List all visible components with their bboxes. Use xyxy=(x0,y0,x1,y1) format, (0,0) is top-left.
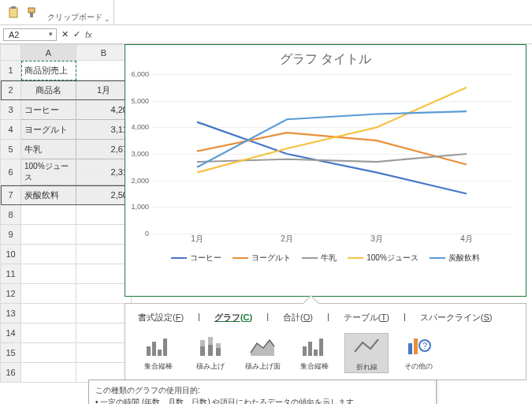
row-header[interactable]: 15 xyxy=(1,343,21,363)
clipboard-group-label: クリップボード⌄ xyxy=(44,0,114,24)
row-header[interactable]: 13 xyxy=(1,304,21,324)
svg-rect-14 xyxy=(303,346,307,356)
svg-rect-9 xyxy=(200,340,205,346)
svg-rect-18 xyxy=(408,343,412,354)
cell[interactable]: 1月 xyxy=(76,80,132,100)
col-header-A[interactable]: A xyxy=(21,45,76,61)
tab-table[interactable]: テーブル(T) xyxy=(344,312,389,324)
cell[interactable]: 100%ジュース xyxy=(21,159,76,185)
fx-icon[interactable]: fx xyxy=(85,30,92,39)
chart-type-line[interactable]: 折れ線 xyxy=(344,333,389,373)
chart-type-clustered-bar-2[interactable]: 集合縦棒 xyxy=(292,333,337,373)
cell[interactable]: 炭酸飲料 xyxy=(21,185,76,205)
worksheet[interactable]: A B 1商品別売上 2商品名1月 3コーヒー4,20 4ヨーグルト3,11 5… xyxy=(0,44,532,383)
row-header[interactable]: 5 xyxy=(1,140,21,159)
fx-confirm-icon[interactable]: ✓ xyxy=(73,29,80,39)
cell[interactable]: 2,67 xyxy=(76,140,132,159)
legend-item: ヨーグルト xyxy=(233,252,291,264)
row-header[interactable]: 3 xyxy=(1,100,21,120)
svg-rect-11 xyxy=(208,337,213,345)
grid[interactable]: A B 1商品別売上 2商品名1月 3コーヒー4,20 4ヨーグルト3,11 5… xyxy=(0,44,132,383)
svg-rect-6 xyxy=(158,350,162,356)
tab-chart[interactable]: グラフ(C) xyxy=(214,312,252,324)
svg-rect-1 xyxy=(11,6,16,9)
formula-bar: A2 ✕ ✓ fx xyxy=(0,25,532,44)
row-header[interactable]: 9 xyxy=(1,225,21,245)
select-all-corner[interactable] xyxy=(1,45,21,61)
cell[interactable] xyxy=(76,61,132,80)
svg-rect-16 xyxy=(314,350,318,356)
chart-plot-area: 01,0002,0003,0004,0005,0006,000 1月2月3月4月 xyxy=(152,74,512,248)
legend-item: 炭酸飲料 xyxy=(430,252,480,264)
svg-rect-15 xyxy=(308,342,312,356)
cell[interactable]: 商品名 xyxy=(21,80,76,100)
legend-item: 牛乳 xyxy=(302,252,337,264)
svg-rect-5 xyxy=(152,342,156,356)
chart-type-list: 集合縦棒 積み上げ 積み上げ面 集合縦棒 折れ線 ?その他の xyxy=(125,328,526,380)
svg-rect-7 xyxy=(163,339,167,356)
quick-analysis-callout[interactable]: 書式設定(F)| グラフ(C)| 合計(O)| テーブル(T)| スパークライン… xyxy=(125,303,526,380)
svg-rect-4 xyxy=(147,346,151,356)
row-header[interactable]: 6 xyxy=(1,159,21,185)
row-header[interactable]: 1 xyxy=(1,61,21,80)
chart-type-other[interactable]: ?その他の xyxy=(396,333,441,373)
cell[interactable]: 商品別売上 xyxy=(21,61,76,80)
svg-rect-17 xyxy=(319,339,323,356)
chart-type-clustered-bar[interactable]: 集合縦棒 xyxy=(136,333,180,373)
svg-rect-19 xyxy=(414,339,418,354)
chart-type-tooltip: この種類のグラフの使用目的: • 一定の時間 (年数、月数、日数) や項目にわた… xyxy=(88,380,437,404)
cell[interactable]: 4,20 xyxy=(76,100,132,120)
row-header[interactable]: 16 xyxy=(1,363,21,383)
row-header[interactable]: 4 xyxy=(1,120,21,140)
paste-icon[interactable] xyxy=(6,6,20,20)
qa-tabs: 書式設定(F)| グラフ(C)| 合計(O)| テーブル(T)| スパークライン… xyxy=(125,304,526,328)
cell[interactable]: 2,50 xyxy=(76,185,132,205)
tab-sparkline[interactable]: スパークライン(S) xyxy=(420,312,493,324)
chart-preview[interactable]: グラフ タイトル 01,0002,0003,0004,0005,0006,000… xyxy=(125,44,526,297)
cell[interactable]: 3,11 xyxy=(76,120,132,140)
cell[interactable]: 2,31 xyxy=(76,159,132,185)
chart-type-stacked-bar[interactable]: 積み上げ xyxy=(188,333,233,373)
legend-item: コーヒー xyxy=(171,252,221,264)
svg-rect-3 xyxy=(30,13,33,17)
col-header-B[interactable]: B xyxy=(76,45,132,61)
chart-type-stacked-area[interactable]: 積み上げ面 xyxy=(240,333,285,373)
row-header[interactable]: 14 xyxy=(1,324,21,343)
fx-cancel-icon[interactable]: ✕ xyxy=(61,29,69,39)
row-header[interactable]: 11 xyxy=(1,264,21,284)
ribbon-toolbar: クリップボード⌄ xyxy=(0,0,532,25)
cell[interactable]: ヨーグルト xyxy=(21,120,76,140)
svg-text:?: ? xyxy=(422,341,427,350)
row-header[interactable]: 10 xyxy=(1,245,21,264)
row-header[interactable]: 12 xyxy=(1,284,21,304)
tab-total[interactable]: 合計(O) xyxy=(283,312,313,324)
svg-rect-0 xyxy=(9,8,17,17)
brush-icon[interactable] xyxy=(25,6,39,20)
chart-legend: コーヒーヨーグルト牛乳100%ジュース炭酸飲料 xyxy=(125,252,526,264)
row-header[interactable]: 8 xyxy=(1,205,21,225)
chart-title: グラフ タイトル xyxy=(125,45,526,69)
name-box[interactable]: A2 xyxy=(3,28,57,41)
cell[interactable]: 牛乳 xyxy=(21,140,76,159)
row-header[interactable]: 7 xyxy=(1,185,21,205)
svg-rect-2 xyxy=(28,8,35,13)
legend-item: 100%ジュース xyxy=(348,252,419,264)
cell[interactable]: コーヒー xyxy=(21,100,76,120)
row-header[interactable]: 2 xyxy=(1,80,21,100)
svg-rect-13 xyxy=(216,343,221,348)
tab-format[interactable]: 書式設定(F) xyxy=(138,312,184,324)
